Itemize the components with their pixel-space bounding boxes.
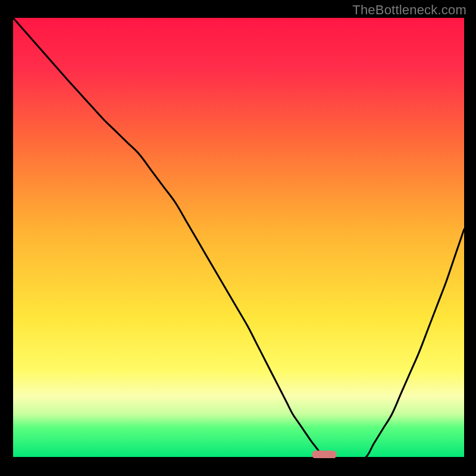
optimum-marker: [312, 450, 337, 458]
watermark-text: TheBottleneck.com: [352, 2, 466, 18]
chart-container: TheBottleneck.com: [0, 0, 476, 476]
plot-svg: [13, 18, 464, 458]
gradient-background: [13, 18, 464, 458]
baseline: [13, 457, 464, 458]
plot-area: [13, 18, 464, 458]
